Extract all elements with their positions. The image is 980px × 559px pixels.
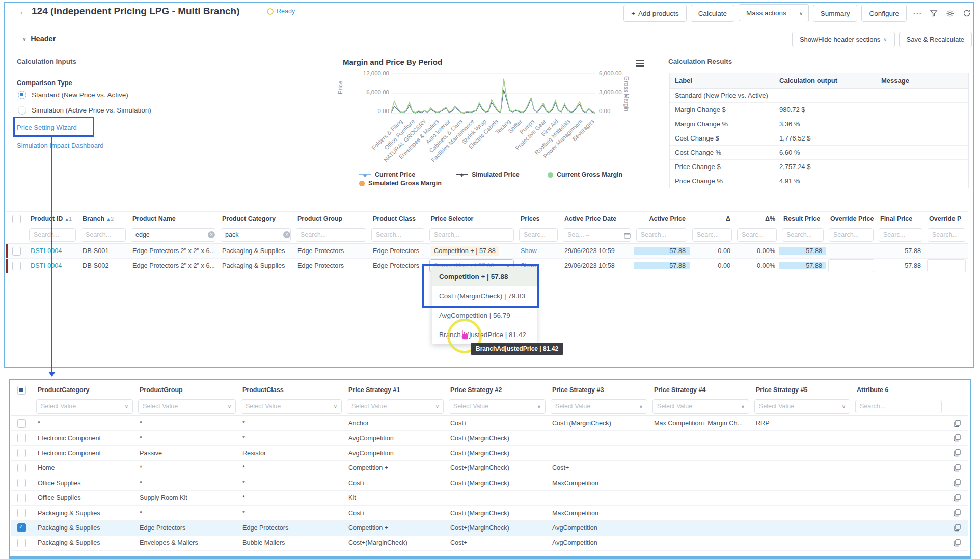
column-header-override-price[interactable]: Override Price: [826, 215, 876, 222]
clear-filter-icon[interactable]: ×: [283, 231, 290, 238]
dropdown-item[interactable]: BranchAdjustedPrice | 81.42: [432, 325, 537, 344]
clear-filter-icon[interactable]: ×: [208, 231, 215, 238]
strategy-row[interactable]: Office SuppliesSupply Room Kit*Kit: [11, 491, 968, 506]
column-header-delta-pct[interactable]: Δ%: [734, 215, 779, 222]
filter-prices[interactable]: [519, 228, 558, 242]
column-header-price-strategy-3[interactable]: Price Strategy #3: [548, 386, 650, 394]
filter-select-product-category[interactable]: Select Value∨: [36, 399, 133, 414]
column-header-price-strategy-4[interactable]: Price Strategy #4: [650, 386, 752, 394]
filter-active-price[interactable]: [636, 228, 687, 242]
show-hide-sections-button[interactable]: Show/Hide header sections ∨: [792, 32, 895, 47]
row-checkbox[interactable]: [17, 539, 26, 547]
column-header-price-strategy-5[interactable]: Price Strategy #5: [752, 386, 853, 394]
radio-selected-icon[interactable]: [18, 91, 26, 99]
configure-button[interactable]: Configure: [861, 5, 907, 22]
column-header-override-p[interactable]: Override P: [925, 215, 968, 222]
filter-product-class[interactable]: [371, 228, 424, 242]
product-id-link[interactable]: DSTI-0004: [26, 262, 78, 269]
select-all-checkbox[interactable]: [12, 215, 21, 223]
row-checkbox[interactable]: [17, 419, 26, 428]
row-checkbox[interactable]: [17, 434, 26, 442]
strategy-row[interactable]: Office Supplies**Cost+Cost+(MarginCheck)…: [11, 476, 968, 491]
radio-option-standard[interactable]: Standard (New Price vs. Active): [18, 91, 232, 99]
copy-icon[interactable]: [944, 479, 970, 487]
filter-override-p[interactable]: [928, 228, 965, 242]
column-header-attribute-6[interactable]: Attribute 6: [853, 386, 944, 394]
filter-product-group[interactable]: [296, 228, 366, 242]
row-checkbox[interactable]: [17, 509, 26, 517]
row-checkbox[interactable]: [12, 247, 21, 256]
copy-icon[interactable]: [944, 539, 970, 547]
strategy-row[interactable]: Home**Competition +Cost+(MarginCheck)Cos…: [11, 461, 968, 476]
dropdown-item[interactable]: Competition + | 57.88: [432, 267, 537, 286]
select-all-checkbox-indeterminate[interactable]: [17, 386, 26, 395]
chart-menu-icon[interactable]: [636, 60, 644, 67]
copy-icon[interactable]: [944, 434, 970, 442]
calendar-icon[interactable]: [624, 232, 631, 241]
copy-icon[interactable]: [944, 449, 970, 457]
legend-item-current-price[interactable]: ◆ Current Price: [359, 171, 415, 178]
row-checkbox[interactable]: [12, 262, 21, 270]
price-setting-wizard-link[interactable]: Price Setting Wizard: [17, 124, 77, 131]
radio-option-simulation[interactable]: Simulation (Active Price vs. Simulation): [18, 106, 232, 115]
filter-product-id[interactable]: [29, 228, 76, 242]
filter-select-price-strategy-2[interactable]: Select Value∨: [449, 399, 546, 414]
back-arrow-icon[interactable]: ←: [18, 6, 28, 17]
column-header-delta[interactable]: Δ: [690, 215, 734, 222]
gear-icon[interactable]: [944, 9, 957, 18]
mass-actions-button[interactable]: Mass actions: [739, 4, 794, 21]
column-header-price-selector[interactable]: Price Selector: [427, 215, 516, 222]
column-header-branch[interactable]: Branch ▲2: [78, 215, 128, 222]
filter-delta-pct[interactable]: [737, 228, 777, 242]
filter-override-price[interactable]: [829, 228, 874, 242]
product-id-link[interactable]: DSTI-0004: [26, 247, 78, 255]
column-header-prices[interactable]: Prices: [516, 215, 560, 222]
column-header-price-strategy-2[interactable]: Price Strategy #2: [446, 386, 548, 394]
refresh-icon[interactable]: [961, 9, 973, 17]
row-checkbox[interactable]: [17, 479, 26, 487]
filter-select-price-strategy-3[interactable]: Select Value∨: [551, 399, 647, 414]
column-header-product-category[interactable]: Product Category: [218, 215, 293, 222]
override-price-input[interactable]: [828, 259, 874, 272]
filter-select-price-strategy-5[interactable]: Select Value∨: [754, 399, 850, 414]
copy-icon[interactable]: [944, 464, 970, 472]
dropdown-item[interactable]: Cost+(MarginCheck) | 79.83: [432, 286, 537, 305]
copy-icon[interactable]: [944, 509, 970, 517]
column-header-final-price[interactable]: Final Price: [876, 215, 925, 222]
filter-delta[interactable]: [692, 228, 732, 242]
column-header-product-class[interactable]: ProductClass: [238, 386, 344, 394]
column-header-active-price[interactable]: Active Price: [634, 215, 690, 222]
strategy-row[interactable]: Electronic ComponentPassiveResistorAvgCo…: [11, 446, 968, 461]
filter-product-category[interactable]: [221, 228, 291, 242]
dropdown-item[interactable]: AvgCompetition | 56.79: [432, 305, 537, 325]
filter-branch[interactable]: [81, 228, 126, 242]
radio-unselected-icon[interactable]: [18, 106, 26, 115]
strategy-row[interactable]: ***AnchorCost+Cost+(MarginCheck)Max Comp…: [11, 416, 968, 431]
strategy-row[interactable]: Packaging & SuppliesEdge ProtectorsEdge …: [11, 521, 968, 536]
row-checkbox[interactable]: [17, 523, 26, 532]
column-header-price-strategy-1[interactable]: Price Strategy #1: [344, 386, 446, 394]
column-header-product-class[interactable]: Product Class: [369, 215, 427, 222]
filter-select-product-class[interactable]: Select Value∨: [241, 399, 342, 414]
legend-item-simulated-price[interactable]: ✚ Simulated Price: [456, 171, 520, 178]
legend-item-simulated-gross-margin[interactable]: Simulated Gross Margin: [359, 180, 442, 187]
row-checkbox[interactable]: [17, 494, 26, 502]
column-header-product-group[interactable]: ProductGroup: [135, 386, 238, 394]
copy-icon[interactable]: [944, 420, 970, 427]
mass-actions-chevron-icon[interactable]: ∨: [794, 4, 809, 22]
column-header-product-category[interactable]: ProductCategory: [34, 386, 135, 394]
column-header-product-name[interactable]: Product Name: [128, 215, 218, 222]
strategy-row[interactable]: Electronic Component**AvgCompetitionCost…: [11, 431, 968, 445]
filter-select-product-group[interactable]: Select Value∨: [138, 399, 236, 414]
column-header-result-price[interactable]: Result Price: [779, 215, 826, 222]
price-selector-cell[interactable]: Competition + | 57.88: [431, 246, 499, 256]
filter-price-selector[interactable]: [429, 228, 514, 242]
more-actions-icon[interactable]: ⋯: [911, 8, 923, 19]
filter-active-price-date[interactable]: [563, 228, 631, 242]
summary-button[interactable]: Summary: [813, 5, 858, 22]
filter-attribute-6[interactable]: [855, 400, 942, 413]
header-section-toggle[interactable]: ∨ Header: [22, 35, 56, 43]
prices-show-link[interactable]: Show: [516, 247, 560, 255]
add-products-button[interactable]: + Add products: [623, 5, 686, 22]
column-header-product-group[interactable]: Product Group: [293, 215, 369, 222]
